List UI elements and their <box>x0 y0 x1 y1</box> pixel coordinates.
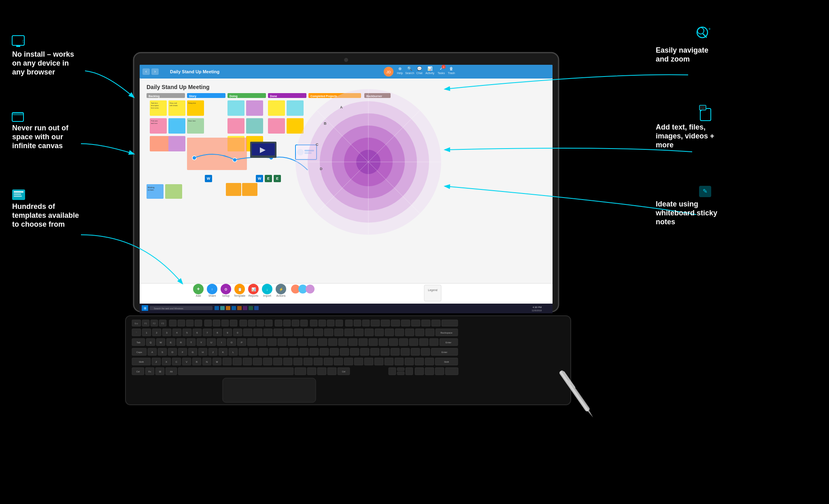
svg-rect-208 <box>243 329 252 336</box>
svg-text:W: W <box>159 341 162 344</box>
svg-text:Doing: Doing <box>230 95 238 98</box>
svg-text:🔍: 🔍 <box>407 66 412 71</box>
svg-text:W: W <box>207 177 210 181</box>
svg-rect-345 <box>354 358 363 365</box>
svg-rect-149 <box>226 306 230 310</box>
template-label[interactable]: Template <box>234 294 246 298</box>
svg-rect-184 <box>362 320 370 326</box>
svg-text:task item: task item <box>151 122 158 124</box>
svg-text:space with our: space with our <box>12 133 63 141</box>
svg-text:W: W <box>258 177 261 181</box>
svg-rect-299 <box>300 348 308 355</box>
svg-text:U: U <box>210 341 212 344</box>
svg-rect-215 <box>314 329 323 336</box>
svg-text:B: B <box>196 361 198 363</box>
svg-text:Doing item: Doing item <box>188 102 196 104</box>
svg-rect-252 <box>257 338 266 346</box>
svg-text:any browser: any browser <box>12 68 55 76</box>
svg-rect-224 <box>405 329 414 336</box>
svg-text:V: V <box>186 361 187 363</box>
svg-rect-309 <box>401 348 410 355</box>
svg-rect-148 <box>220 306 225 310</box>
svg-text:Help: Help <box>397 72 403 75</box>
svg-text:C: C <box>316 142 319 147</box>
svg-rect-75 <box>168 136 185 151</box>
svg-rect-367 <box>178 368 293 375</box>
svg-text:on any device in: on any device in <box>12 59 69 67</box>
svg-text:Trash: Trash <box>448 72 455 74</box>
svg-text:J: J <box>213 351 214 353</box>
svg-text:Never run out of: Never run out of <box>12 124 69 132</box>
svg-rect-267 <box>409 338 418 346</box>
svg-text:Fn: Fn <box>149 370 151 373</box>
svg-text:whiteboard sticky: whiteboard sticky <box>655 209 717 217</box>
svg-text:S: S <box>162 351 163 353</box>
svg-text:Y: Y <box>200 341 202 344</box>
svg-rect-72 <box>287 118 304 134</box>
svg-rect-350 <box>405 358 414 365</box>
svg-rect-212 <box>284 329 293 336</box>
svg-rect-222 <box>385 329 394 336</box>
svg-text:Enter: Enter <box>446 341 451 344</box>
svg-text:Chat: Chat <box>417 72 423 74</box>
svg-text:✎: ✎ <box>703 188 708 194</box>
svg-rect-265 <box>389 338 398 346</box>
svg-text:Import: Import <box>263 294 271 298</box>
svg-rect-209 <box>253 329 262 336</box>
svg-text:E: E <box>267 177 270 181</box>
svg-rect-302 <box>330 348 339 355</box>
svg-rect-352 <box>425 358 434 365</box>
svg-text:Shift: Shift <box>139 361 144 363</box>
svg-rect-303 <box>340 348 349 355</box>
svg-rect-259 <box>328 338 337 346</box>
svg-rect-76 <box>187 138 247 170</box>
svg-rect-332 <box>223 358 232 365</box>
svg-rect-301 <box>320 348 329 355</box>
svg-rect-347 <box>374 358 383 365</box>
svg-text:📋: 📋 <box>238 287 242 292</box>
svg-text:⊞: ⊞ <box>159 370 161 373</box>
svg-text:Z: Z <box>155 361 157 363</box>
svg-text:□: □ <box>22 39 25 43</box>
svg-text:X: X <box>166 361 167 363</box>
svg-rect-183 <box>354 320 361 326</box>
svg-text:O: O <box>231 341 233 344</box>
svg-text:Pink note: Pink note <box>151 120 158 122</box>
svg-rect-180 <box>327 320 334 326</box>
svg-text:Hundreds of: Hundreds of <box>12 202 55 211</box>
svg-text:Reports: Reports <box>249 294 259 298</box>
svg-text:images, videos +: images, videos + <box>656 132 714 140</box>
svg-text:A: A <box>151 351 153 353</box>
svg-text:↓: ↓ <box>266 287 268 291</box>
svg-rect-217 <box>334 329 343 336</box>
svg-text:Working: Working <box>148 187 155 189</box>
svg-rect-179 <box>319 320 326 326</box>
svg-rect-295 <box>259 348 268 355</box>
svg-text:Caps: Caps <box>136 351 142 353</box>
svg-rect-95 <box>226 183 241 196</box>
svg-text:Shift: Shift <box>444 361 449 363</box>
svg-rect-225 <box>415 329 424 336</box>
svg-text:E: E <box>276 177 278 181</box>
svg-rect-251 <box>247 338 256 346</box>
svg-rect-154 <box>254 306 259 310</box>
svg-rect-334 <box>243 358 252 365</box>
svg-rect-174 <box>275 320 282 326</box>
svg-rect-368 <box>295 368 306 375</box>
svg-rect-221 <box>375 329 384 336</box>
svg-text:C: C <box>176 361 178 363</box>
svg-text:Tasks: Tasks <box>438 72 445 74</box>
svg-text:N: N <box>206 361 208 363</box>
svg-rect-343 <box>334 358 343 365</box>
svg-rect-147 <box>215 306 219 310</box>
svg-text:+: + <box>197 286 200 292</box>
svg-rect-296 <box>269 348 278 355</box>
svg-rect-70 <box>268 118 285 134</box>
svg-text:Backlog: Backlog <box>149 95 159 98</box>
svg-text:notes: notes <box>656 218 675 226</box>
svg-rect-173 <box>265 320 272 326</box>
svg-rect-255 <box>288 338 297 346</box>
svg-rect-170 <box>240 320 247 326</box>
app-title: Daily Stand Up Meeting <box>170 69 219 74</box>
svg-rect-379 <box>435 368 444 375</box>
